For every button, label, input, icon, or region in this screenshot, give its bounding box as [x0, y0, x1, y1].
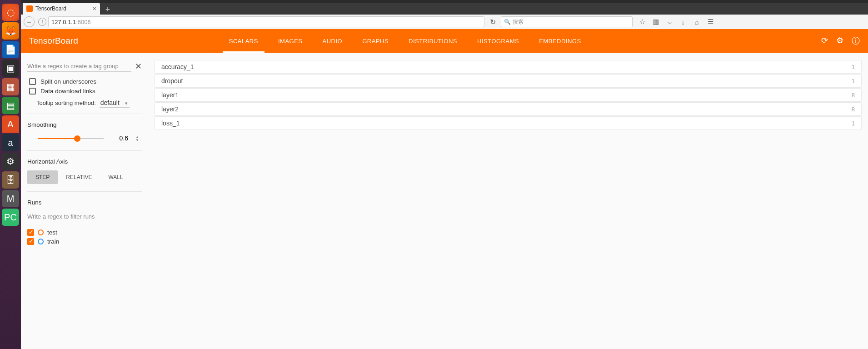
- scalar-group-row[interactable]: layer2 8: [155, 102, 862, 116]
- tb-tabs: SCALARS IMAGES AUDIO GRAPHS DISTRIBUTION…: [219, 29, 591, 53]
- scalar-group-row[interactable]: layer1 8: [155, 88, 862, 102]
- header-actions: ⟳ ⚙ ⓘ: [821, 35, 860, 46]
- split-underscores-label: Split on underscores: [40, 78, 96, 85]
- tab-graphs[interactable]: GRAPHS: [352, 29, 399, 53]
- tooltip-sort-select[interactable]: default: [100, 98, 130, 108]
- url-host: 127.0.1.1: [51, 19, 76, 25]
- run-color-swatch: [38, 239, 44, 244]
- scalar-group-row[interactable]: accuracy_1 1: [155, 60, 862, 74]
- tab-histograms[interactable]: HISTOGRAMS: [467, 29, 529, 53]
- scalar-group-count: 1: [852, 120, 855, 127]
- impress-icon[interactable]: ▦: [2, 78, 19, 95]
- main-content: accuracy_1 1 dropout 1 layer1 8 layer2 8…: [148, 53, 868, 349]
- settings-icon[interactable]: ⚙: [2, 153, 19, 170]
- sidebar: ✕ Split on underscores Data download lin…: [21, 53, 148, 349]
- smoothing-control: ▲▼: [27, 134, 142, 143]
- ubuntu-launcher: ◌ 🦊 📄 ▣ ▦ ▤ A a ⚙ 🗄 M PC: [0, 0, 21, 349]
- writer-icon[interactable]: 📄: [2, 41, 19, 58]
- nav-bar: ← i 127.0.1.1:6006 ↻ 🔍 搜索 ☆ ▥ ⌵ ↓ ⌂ ☰: [21, 15, 868, 29]
- browser-window: TensorBoard × + ← i 127.0.1.1:6006 ↻ 🔍 搜…: [21, 3, 868, 29]
- files-icon[interactable]: 🗄: [2, 171, 19, 189]
- site-info-icon[interactable]: i: [38, 18, 46, 26]
- gear-icon[interactable]: ⚙: [836, 35, 843, 46]
- pocket-icon[interactable]: ⌵: [665, 18, 673, 26]
- run-name: test: [47, 229, 57, 236]
- chevron-down-icon[interactable]: ▼: [135, 139, 139, 142]
- tag-regex-input[interactable]: [27, 61, 131, 72]
- browser-tab[interactable]: TensorBoard ×: [23, 3, 100, 15]
- help-icon[interactable]: ⓘ: [852, 35, 860, 46]
- app-title: TensorBoard: [29, 36, 78, 46]
- tab-distributions[interactable]: DISTRIBUTIONS: [399, 29, 467, 53]
- pycharm-icon[interactable]: PC: [2, 209, 19, 226]
- bookmark-star-icon[interactable]: ☆: [638, 18, 646, 26]
- run-row-train[interactable]: train: [27, 238, 142, 245]
- spinner-buttons[interactable]: ▲▼: [135, 135, 139, 142]
- scalar-group-name: layer2: [161, 105, 179, 113]
- smoothing-slider[interactable]: [38, 138, 104, 139]
- reload-icon[interactable]: ⟳: [821, 35, 828, 46]
- smoothing-label: Smoothing: [27, 121, 142, 128]
- horizontal-axis-label: Horizontal Axis: [27, 158, 142, 165]
- tab-scalars[interactable]: SCALARS: [219, 29, 268, 53]
- library-icon[interactable]: ▥: [652, 18, 660, 26]
- divider: [27, 150, 142, 151]
- axis-step-button[interactable]: STEP: [27, 170, 58, 184]
- search-icon: 🔍: [504, 19, 511, 25]
- divider: [27, 191, 142, 192]
- tab-strip: TensorBoard × +: [21, 3, 868, 15]
- scalar-group-name: accuracy_1: [161, 63, 194, 70]
- new-tab-button[interactable]: +: [102, 5, 114, 15]
- split-underscores-row[interactable]: Split on underscores: [29, 78, 142, 85]
- runs-regex-input[interactable]: [27, 211, 142, 222]
- axis-wall-button[interactable]: WALL: [100, 170, 131, 184]
- menu-icon[interactable]: ☰: [706, 18, 714, 26]
- calc-icon[interactable]: ▤: [2, 97, 19, 114]
- scalar-group-row[interactable]: loss_1 1: [155, 116, 862, 130]
- slider-thumb[interactable]: [74, 135, 80, 142]
- tb-header: TensorBoard SCALARS IMAGES AUDIO GRAPHS …: [21, 29, 868, 53]
- runs-label: Runs: [27, 199, 142, 206]
- amazon-icon[interactable]: a: [2, 134, 19, 151]
- tab-title: TensorBoard: [35, 5, 66, 12]
- axis-relative-button[interactable]: RELATIVE: [58, 170, 100, 184]
- tab-close-icon[interactable]: ×: [93, 5, 96, 12]
- run-row-test[interactable]: test: [27, 229, 142, 236]
- url-port: :6006: [76, 19, 91, 25]
- url-bar[interactable]: 127.0.1.1:6006: [48, 16, 484, 27]
- checkbox-icon[interactable]: [29, 78, 36, 85]
- tooltip-sort-label: Tooltip sorting method:: [36, 100, 96, 106]
- smoothing-value-input[interactable]: [110, 134, 128, 143]
- run-name: train: [47, 238, 59, 245]
- checkbox-checked-icon[interactable]: [27, 238, 34, 245]
- tensorboard-app: TensorBoard SCALARS IMAGES AUDIO GRAPHS …: [21, 29, 868, 349]
- data-download-row[interactable]: Data download links: [29, 88, 142, 95]
- tab-audio[interactable]: AUDIO: [313, 29, 353, 53]
- firefox-icon[interactable]: 🦊: [2, 22, 19, 40]
- scalar-group-name: layer1: [161, 91, 179, 99]
- terminal-icon[interactable]: ▣: [2, 60, 19, 77]
- scalar-group-count: 8: [852, 106, 855, 113]
- toolbar-icons: ☆ ▥ ⌵ ↓ ⌂ ☰: [638, 18, 714, 26]
- checkbox-checked-icon[interactable]: [27, 229, 34, 236]
- scalar-group-row[interactable]: dropout 1: [155, 74, 862, 88]
- slider-fill: [38, 138, 77, 139]
- back-button[interactable]: ←: [24, 16, 35, 27]
- tab-favicon: [26, 5, 33, 12]
- tab-images[interactable]: IMAGES: [268, 29, 313, 53]
- scalar-group-count: 8: [852, 92, 855, 99]
- run-color-swatch: [38, 229, 44, 235]
- software-center-icon[interactable]: A: [2, 115, 19, 133]
- ubuntu-dash-icon[interactable]: ◌: [2, 4, 19, 21]
- app-m-icon[interactable]: M: [2, 190, 19, 207]
- axis-button-group: STEP RELATIVE WALL: [27, 170, 142, 184]
- divider: [27, 114, 142, 114]
- scalar-group-count: 1: [852, 64, 855, 70]
- search-box[interactable]: 🔍 搜索: [501, 16, 633, 27]
- close-icon[interactable]: ✕: [135, 61, 142, 71]
- reload-button[interactable]: ↻: [488, 17, 497, 26]
- tab-embeddings[interactable]: EMBEDDINGS: [529, 29, 591, 53]
- home-icon[interactable]: ⌂: [693, 18, 701, 26]
- checkbox-icon[interactable]: [29, 88, 36, 95]
- downloads-icon[interactable]: ↓: [679, 18, 687, 26]
